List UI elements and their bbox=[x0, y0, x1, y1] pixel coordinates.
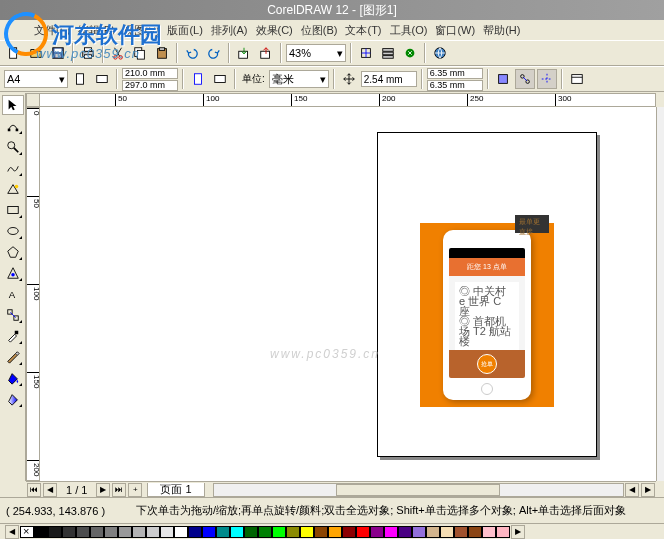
smart-drawing-tool[interactable] bbox=[2, 179, 24, 199]
color-swatch[interactable] bbox=[272, 526, 286, 538]
dup-x-input[interactable] bbox=[427, 68, 483, 79]
pick-tool[interactable] bbox=[2, 95, 24, 115]
ruler-origin[interactable] bbox=[26, 93, 40, 107]
zoom-level[interactable]: 43%▾ bbox=[286, 44, 346, 62]
interactive-blend-tool[interactable] bbox=[2, 305, 24, 325]
landscape2-icon[interactable] bbox=[210, 69, 230, 89]
color-swatch[interactable] bbox=[314, 526, 328, 538]
first-page-button[interactable]: ⏮ bbox=[27, 483, 41, 497]
color-swatch[interactable] bbox=[300, 526, 314, 538]
undo-icon[interactable] bbox=[182, 43, 202, 63]
color-swatch[interactable] bbox=[230, 526, 244, 538]
color-swatch[interactable] bbox=[34, 526, 48, 538]
color-swatch[interactable] bbox=[202, 526, 216, 538]
zoom-tool[interactable] bbox=[2, 137, 24, 157]
color-swatch[interactable] bbox=[426, 526, 440, 538]
color-swatch[interactable] bbox=[104, 526, 118, 538]
options2-icon[interactable] bbox=[567, 69, 587, 89]
color-swatch[interactable] bbox=[174, 526, 188, 538]
color-swatch[interactable] bbox=[454, 526, 468, 538]
basic-shapes-tool[interactable] bbox=[2, 263, 24, 283]
color-swatch[interactable] bbox=[328, 526, 342, 538]
horizontal-scrollbar[interactable] bbox=[213, 483, 624, 497]
units-dropdown[interactable]: 毫米▾ bbox=[269, 70, 329, 88]
last-page-button[interactable]: ⏭ bbox=[112, 483, 126, 497]
color-swatch[interactable] bbox=[118, 526, 132, 538]
menu-bitmaps[interactable]: 位图(B) bbox=[297, 23, 342, 38]
color-swatch[interactable] bbox=[244, 526, 258, 538]
menu-layout[interactable]: 版面(L) bbox=[163, 23, 206, 38]
color-swatch[interactable] bbox=[398, 526, 412, 538]
landscape-icon[interactable] bbox=[92, 69, 112, 89]
canvas-area[interactable]: 距您 13 点单 ◎ 中关村 e 世界 C 座 ◎ 首都机场 T2 航站楼 抢单… bbox=[40, 107, 656, 481]
color-swatch[interactable] bbox=[342, 526, 356, 538]
dup-y-input[interactable] bbox=[427, 80, 483, 91]
vertical-ruler[interactable]: 050100150200250300 bbox=[26, 107, 40, 481]
menu-help[interactable]: 帮助(H) bbox=[479, 23, 524, 38]
scroll-right-button[interactable]: ▶ bbox=[641, 483, 655, 497]
scroll-left-button[interactable]: ◀ bbox=[625, 483, 639, 497]
color-swatch[interactable] bbox=[286, 526, 300, 538]
selected-artwork[interactable]: 距您 13 点单 ◎ 中关村 e 世界 C 座 ◎ 首都机场 T2 航站楼 抢单 bbox=[420, 223, 554, 407]
ellipse-tool[interactable] bbox=[2, 221, 24, 241]
color-swatch[interactable] bbox=[62, 526, 76, 538]
polygon-tool[interactable] bbox=[2, 242, 24, 262]
color-swatch[interactable] bbox=[160, 526, 174, 538]
corel-online-icon[interactable] bbox=[430, 43, 450, 63]
menu-arrange[interactable]: 排列(A) bbox=[207, 23, 252, 38]
color-swatch[interactable] bbox=[356, 526, 370, 538]
palette-scroll-left[interactable]: ◀ bbox=[5, 525, 19, 539]
treat-as-filled-icon[interactable] bbox=[493, 69, 513, 89]
portrait-icon[interactable] bbox=[70, 69, 90, 89]
outline-tool[interactable] bbox=[2, 347, 24, 367]
add-page-button[interactable]: + bbox=[128, 483, 142, 497]
no-fill-swatch[interactable] bbox=[20, 526, 34, 538]
color-swatch[interactable] bbox=[370, 526, 384, 538]
color-swatch[interactable] bbox=[468, 526, 482, 538]
color-swatch[interactable] bbox=[482, 526, 496, 538]
menu-tools[interactable]: 工具(O) bbox=[386, 23, 432, 38]
color-swatch[interactable] bbox=[76, 526, 90, 538]
redo-icon[interactable] bbox=[204, 43, 224, 63]
options-icon[interactable] bbox=[378, 43, 398, 63]
palette-scroll-right[interactable]: ▶ bbox=[511, 525, 525, 539]
dynamic-guides-icon[interactable] bbox=[537, 69, 557, 89]
shape-tool[interactable] bbox=[2, 116, 24, 136]
color-swatch[interactable] bbox=[258, 526, 272, 538]
fill-tool[interactable] bbox=[2, 368, 24, 388]
prev-page-button[interactable]: ◀ bbox=[43, 483, 57, 497]
menu-text[interactable]: 文本(T) bbox=[341, 23, 385, 38]
color-swatch[interactable] bbox=[412, 526, 426, 538]
color-swatch[interactable] bbox=[132, 526, 146, 538]
color-swatch[interactable] bbox=[48, 526, 62, 538]
color-swatch[interactable] bbox=[384, 526, 398, 538]
color-swatch[interactable] bbox=[216, 526, 230, 538]
color-swatch[interactable] bbox=[496, 526, 510, 538]
color-swatch[interactable] bbox=[440, 526, 454, 538]
export-icon[interactable] bbox=[256, 43, 276, 63]
snap-icon[interactable] bbox=[356, 43, 376, 63]
nudge-input[interactable] bbox=[361, 71, 417, 87]
rectangle-tool[interactable] bbox=[2, 200, 24, 220]
next-page-button[interactable]: ▶ bbox=[96, 483, 110, 497]
color-swatch[interactable] bbox=[146, 526, 160, 538]
nudge-icon[interactable] bbox=[339, 69, 359, 89]
eyedropper-tool[interactable] bbox=[2, 326, 24, 346]
app-launcher-icon[interactable] bbox=[400, 43, 420, 63]
color-swatch[interactable] bbox=[90, 526, 104, 538]
snap-to-objects-icon[interactable] bbox=[515, 69, 535, 89]
page-tab-1[interactable]: 页面 1 bbox=[147, 483, 204, 497]
interactive-fill-tool[interactable] bbox=[2, 389, 24, 409]
page-size-dropdown[interactable]: A4▾ bbox=[4, 70, 68, 88]
page-width-input[interactable] bbox=[122, 68, 178, 79]
horizontal-ruler[interactable]: 050100150200250300 bbox=[26, 93, 656, 107]
menu-effects[interactable]: 效果(C) bbox=[252, 23, 297, 38]
page-height-input[interactable] bbox=[122, 80, 178, 91]
vertical-scrollbar[interactable] bbox=[656, 107, 664, 481]
text-tool[interactable]: A bbox=[2, 284, 24, 304]
import-icon[interactable] bbox=[234, 43, 254, 63]
portrait2-icon[interactable] bbox=[188, 69, 208, 89]
menu-window[interactable]: 窗口(W) bbox=[431, 23, 479, 38]
color-swatch[interactable] bbox=[188, 526, 202, 538]
freehand-tool[interactable] bbox=[2, 158, 24, 178]
